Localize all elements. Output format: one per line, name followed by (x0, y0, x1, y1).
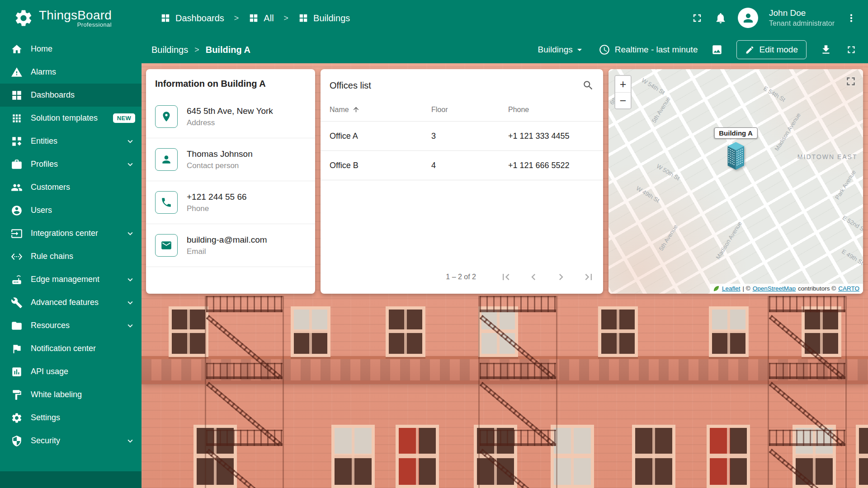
search-icon[interactable] (582, 80, 594, 91)
sidebar-item-api-usage[interactable]: API usage (0, 360, 142, 383)
avatar[interactable] (738, 8, 758, 28)
leaflet-logo-icon (713, 285, 720, 292)
zoom-in-button[interactable]: + (615, 76, 631, 92)
info-value: +121 244 55 66 (187, 192, 247, 202)
sidebar-item-entities[interactable]: Entities (0, 130, 142, 153)
map-marker[interactable]: Building A (714, 127, 757, 171)
sidebar-item-label: Advanced features (31, 298, 99, 307)
photo-window (169, 306, 208, 357)
cell-phone: +1 121 666 5522 (508, 161, 594, 170)
sidebar-item-advanced-features[interactable]: Advanced features (0, 291, 142, 314)
sidebar-item-label: Users (31, 206, 52, 215)
header-fullscreen-icon[interactable] (691, 12, 703, 24)
sidebar-footer (0, 471, 142, 488)
dashboard-toolbar: Buildings > Building A Buildings Realtim… (142, 36, 868, 63)
info-value: 645 5th Ave, New York (187, 106, 273, 116)
sidebar-item-resources[interactable]: Resources (0, 314, 142, 337)
sidebar-item-solution-templates[interactable]: Solution templates NEW (0, 107, 142, 130)
attribution-text: | © (742, 285, 750, 292)
app-logo[interactable]: ThingsBoard Professional (0, 8, 142, 28)
map-canvas[interactable] (609, 69, 863, 294)
paint-icon (11, 389, 23, 401)
last-page-icon[interactable] (582, 271, 595, 283)
info-label: Contact person (187, 161, 253, 170)
gear-icon (11, 412, 23, 424)
photo-window (707, 425, 750, 488)
sidebar-item-home[interactable]: Home (0, 38, 142, 61)
breadcrumb-label: All (264, 13, 274, 23)
people-icon (11, 182, 23, 193)
toolbar-fullscreen-icon[interactable] (845, 44, 857, 56)
edit-mode-label: Edit mode (759, 45, 798, 55)
info-row-contact: Thomas Johnson Contact person (146, 138, 315, 181)
sidebar-item-dashboards[interactable]: Dashboards (0, 84, 142, 107)
info-label: Address (187, 118, 273, 127)
photo-fire-escape (205, 296, 284, 488)
sort-asc-icon (352, 106, 360, 113)
sidebar-item-label: Entities (31, 136, 57, 146)
user-info[interactable]: John Doe Tenant administrator (769, 8, 835, 28)
sidebar-item-label: Home (31, 44, 52, 54)
sidebar-item-alarms[interactable]: Alarms (0, 61, 142, 84)
info-label: Phone (187, 204, 247, 213)
carto-link[interactable]: CARTO (838, 285, 859, 292)
table-row[interactable]: Office A 3 +1 121 333 4455 (321, 122, 603, 151)
user-person-icon (741, 11, 755, 25)
notifications-bell-icon[interactable] (714, 12, 727, 24)
timewindow-button[interactable]: Realtime - last minute (599, 44, 698, 56)
more-menu-icon[interactable] (845, 12, 857, 24)
sidebar-item-rule-chains[interactable]: Rule chains (0, 245, 142, 268)
previous-page-icon[interactable] (527, 271, 540, 283)
building-marker-icon[interactable] (726, 141, 746, 171)
sidebar-item-users[interactable]: Users (0, 199, 142, 222)
leaflet-link[interactable]: Leaflet (722, 285, 741, 292)
chevron-down-icon (125, 436, 135, 446)
sidebar-item-settings[interactable]: Settings (0, 406, 142, 429)
sidebar-item-edge-management[interactable]: Edge management (0, 268, 142, 291)
sidebar-item-notification-center[interactable]: Notification center (0, 337, 142, 360)
dashboards-group-icon (249, 13, 259, 23)
first-page-icon[interactable] (500, 271, 512, 283)
chevron-down-icon (125, 321, 135, 331)
breadcrumb-all[interactable]: All (249, 13, 274, 23)
timewindow-label: Realtime - last minute (615, 45, 698, 55)
zoom-out-button[interactable]: − (615, 92, 631, 108)
info-value: building-a@mail.com (187, 235, 267, 245)
image-gallery-icon[interactable] (711, 44, 723, 56)
sidebar-item-integrations-center[interactable]: Integrations center (0, 222, 142, 245)
entity-state-select[interactable]: Buildings (538, 44, 585, 55)
dashboard-breadcrumb: Buildings > Building A (151, 45, 250, 55)
icon-box (155, 191, 178, 214)
sidebar-item-profiles[interactable]: Profiles (0, 153, 142, 176)
photo-window (386, 306, 425, 357)
openstreetmap-link[interactable]: OpenStreetMap (753, 285, 796, 292)
photo-window (291, 306, 330, 357)
photo-window (709, 306, 749, 357)
chevron-down-icon (125, 229, 135, 239)
thingsboard-app: ThingsBoard Professional Dashboards > Al… (0, 0, 868, 488)
table-row[interactable]: Office B 4 +1 121 666 5522 (321, 151, 603, 180)
edit-mode-button[interactable]: Edit mode (736, 40, 807, 59)
app-edition: Professional (77, 21, 112, 28)
sidebar-item-security[interactable]: Security (0, 429, 142, 452)
column-header-phone[interactable]: Phone (508, 106, 594, 114)
download-icon[interactable] (820, 44, 832, 56)
breadcrumb-dashboards[interactable]: Dashboards (160, 13, 224, 23)
map-marker-label[interactable]: Building A (714, 127, 757, 139)
column-header-name[interactable]: Name (330, 106, 431, 114)
place-icon (160, 111, 172, 122)
column-header-floor[interactable]: Floor (431, 106, 508, 114)
info-value: Thomas Johnson (187, 149, 253, 159)
home-icon (11, 43, 23, 55)
sidebar-item-label: Integrations center (31, 229, 98, 238)
next-page-icon[interactable] (555, 271, 567, 283)
toolbar-breadcrumb-parent[interactable]: Buildings (151, 45, 188, 55)
map-fullscreen-icon[interactable] (844, 75, 858, 88)
sidebar-item-customers[interactable]: Customers (0, 176, 142, 199)
person-icon (160, 154, 172, 165)
photo-window (598, 306, 638, 357)
sidebar-item-white-labeling[interactable]: White labeling (0, 383, 142, 406)
toolbar-breadcrumb-current: Building A (206, 45, 250, 55)
map-attribution: Leaflet | © OpenStreetMap contributors ©… (710, 284, 863, 294)
breadcrumb-buildings[interactable]: Buildings (298, 13, 350, 23)
